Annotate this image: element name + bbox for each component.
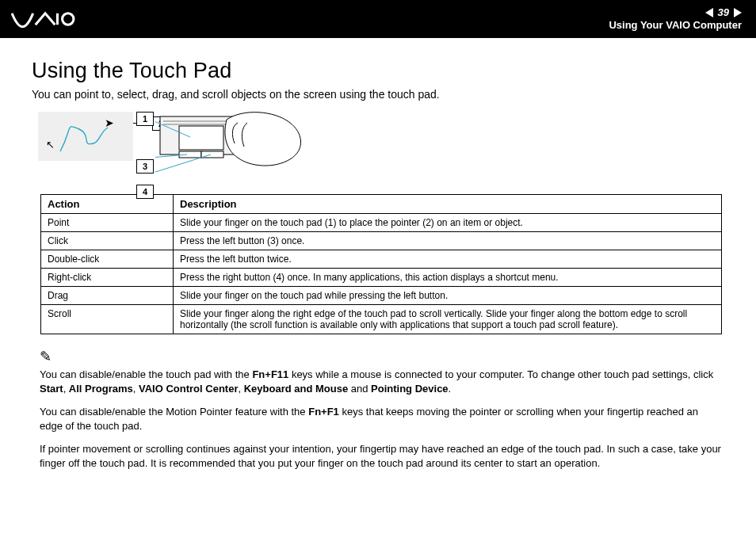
note-paragraph-1: You can disable/enable the touch pad wit…	[40, 368, 723, 395]
table-row: Point Slide your finger on the touch pad…	[41, 214, 722, 232]
svg-rect-3	[179, 126, 223, 150]
kbd-combo: Fn+F1	[308, 406, 339, 418]
ui-path: All Programs	[69, 383, 133, 395]
note-text: .	[449, 383, 452, 395]
table-row: Drag Slide your finger on the touch pad …	[41, 287, 722, 305]
cell-action: Point	[41, 214, 174, 232]
note-paragraph-3: If pointer movement or scrolling continu…	[40, 442, 723, 470]
section-title: Using Your VAIO Computer	[609, 19, 742, 32]
note-text: You can disable/enable the Motion Pointe…	[40, 406, 308, 418]
ui-path: Pointing Device	[371, 383, 449, 395]
table-row: Right-click Press the right button (4) o…	[41, 269, 722, 287]
cell-desc: Press the left button twice.	[174, 250, 722, 269]
cell-action: Right-click	[41, 269, 174, 287]
page-title: Using the Touch Pad	[32, 59, 731, 83]
page-content: Using the Touch Pad You can point to, se…	[0, 38, 756, 493]
cell-desc: Slide your finger on the touch pad while…	[174, 287, 722, 305]
diagram-touchpad: 1 3 4	[155, 112, 314, 183]
prev-page-icon[interactable]	[705, 8, 713, 17]
cell-action: Scroll	[41, 305, 174, 334]
callout-1: 1	[136, 112, 154, 126]
notes: ✎ You can disable/enable the touch pad w…	[40, 347, 723, 471]
note-text: ,	[238, 383, 243, 395]
page-number: 39	[718, 6, 729, 19]
arrow-cursor-icon: ➤	[105, 116, 114, 129]
cursor-icon: ↖	[46, 139, 55, 151]
svg-rect-6	[179, 151, 201, 158]
header-band: 39 Using Your VAIO Computer	[0, 0, 756, 38]
th-description: Description	[174, 195, 722, 214]
header-right: 39 Using Your VAIO Computer	[609, 6, 742, 32]
cell-action: Double-click	[41, 250, 174, 269]
note-paragraph-2: You can disable/enable the Motion Pointe…	[40, 405, 723, 433]
diagram-pointer: ↖ ➤ 2	[38, 112, 133, 161]
next-page-icon[interactable]	[734, 8, 742, 17]
ui-path: Start	[40, 383, 63, 395]
svg-point-1	[63, 13, 74, 25]
note-text: keys while a mouse is connected to your …	[288, 368, 713, 380]
pencil-icon: ✎	[40, 347, 723, 366]
diagram-row: ↖ ➤ 2 1 3 4	[38, 112, 731, 183]
callout-3: 3	[136, 159, 154, 174]
note-text: ,	[133, 383, 139, 395]
cell-desc: Slide your finger along the right edge o…	[174, 305, 722, 334]
note-text: ,	[63, 383, 69, 395]
cell-action: Click	[41, 232, 174, 250]
callout-4: 4	[136, 185, 154, 199]
manual-page: 39 Using Your VAIO Computer Using the To…	[0, 0, 756, 534]
vaio-logo-icon	[11, 8, 76, 30]
cell-action: Drag	[41, 287, 174, 305]
actions-table: Action Description Point Slide your fing…	[40, 194, 722, 334]
note-text: You can disable/enable the touch pad wit…	[40, 368, 252, 380]
note-text: and	[348, 383, 371, 395]
table-row: Double-click Press the left button twice…	[41, 250, 722, 269]
cell-desc: Slide your finger on the touch pad (1) t…	[174, 214, 722, 232]
ui-path: Keyboard and Mouse	[244, 383, 348, 395]
table-row: Scroll Slide your finger along the right…	[41, 305, 722, 334]
page-nav: 39	[609, 6, 742, 19]
kbd-combo: Fn+F11	[252, 368, 288, 380]
ui-path: VAIO Control Center	[139, 383, 238, 395]
cell-desc: Press the right button (4) once. In many…	[174, 269, 722, 287]
intro-text: You can point to, select, drag, and scro…	[32, 88, 731, 101]
cell-desc: Press the left button (3) once.	[174, 232, 722, 250]
table-row: Click Press the left button (3) once.	[41, 232, 722, 250]
